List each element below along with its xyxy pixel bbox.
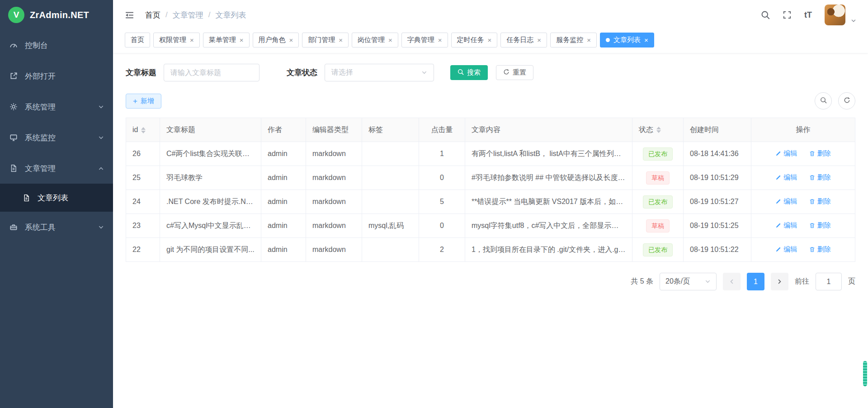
cell-status: 已发布 <box>632 142 684 166</box>
cell-clicks: 0 <box>419 214 465 238</box>
table-row: 22 git 为不同的项目设置不同... admin markdown 2 1，… <box>126 238 855 262</box>
cell-created: 08-19 10:51:25 <box>684 214 751 238</box>
chevron-down-icon <box>98 135 104 141</box>
column-header-content: 文章内容 <box>465 118 632 142</box>
tab-permission-management[interactable]: 权限管理 × <box>153 33 200 47</box>
tab-label: 部门管理 <box>308 36 335 44</box>
sidebar-item-article-list[interactable]: 文章列表 <box>0 184 113 212</box>
delete-button[interactable]: 删除 <box>809 173 831 182</box>
column-header-title: 文章标题 <box>160 118 261 142</box>
page-size-select[interactable]: 20条/页 <box>660 273 717 290</box>
tab-department-management[interactable]: 部门管理 × <box>302 33 349 47</box>
sidebar-item-system-management[interactable]: 系统管理 <box>0 91 113 122</box>
delete-button[interactable]: 删除 <box>809 221 831 230</box>
tab-article-list[interactable]: 文章列表 × <box>600 33 654 47</box>
prev-page-button[interactable] <box>723 273 741 290</box>
close-icon[interactable]: × <box>240 37 244 43</box>
pencil-icon <box>775 151 781 157</box>
close-icon[interactable]: × <box>537 37 541 43</box>
cell-status: 草稿 <box>632 214 684 238</box>
cell-created: 08-19 10:51:22 <box>684 238 751 262</box>
edit-button[interactable]: 编辑 <box>775 173 797 182</box>
breadcrumb-home[interactable]: 首页 <box>145 10 160 20</box>
cell-author: admin <box>261 142 306 166</box>
close-icon[interactable]: × <box>190 37 194 43</box>
cell-author: admin <box>261 214 306 238</box>
tab-home[interactable]: 首页 <box>125 33 150 47</box>
fullscreen-icon[interactable] <box>783 10 792 19</box>
cell-clicks: 2 <box>419 238 465 262</box>
chevron-down-icon <box>98 224 104 230</box>
edit-button[interactable]: 编辑 <box>775 149 797 158</box>
status-badge: 已发布 <box>643 243 673 256</box>
delete-button[interactable]: 删除 <box>809 149 831 158</box>
close-icon[interactable]: × <box>339 37 343 43</box>
sidebar-fold-icon[interactable] <box>125 10 134 20</box>
delete-button[interactable]: 删除 <box>809 197 831 206</box>
table-row: 25 羽毛球教学 admin markdown 0 #羽毛球拍参数说明 ## 中… <box>126 166 855 190</box>
article-title-input[interactable] <box>164 64 259 81</box>
font-size-control[interactable]: tT <box>804 10 812 20</box>
delete-button[interactable]: 删除 <box>809 245 831 254</box>
column-header-id[interactable]: id <box>126 118 160 142</box>
close-icon[interactable]: × <box>644 37 648 43</box>
page-content: 文章标题 文章状态 请选择 搜索 <box>113 53 868 408</box>
close-icon[interactable]: × <box>488 37 492 43</box>
cell-editor: markdown <box>306 214 362 238</box>
logo-icon: V <box>8 7 24 23</box>
sidebar: V ZrAdmin.NET 控制台 外部打开 系统管理 <box>0 0 113 408</box>
tab-scheduled-tasks[interactable]: 定时任务 × <box>451 33 498 47</box>
cell-id: 26 <box>126 142 160 166</box>
table-toolbar: + 新增 <box>126 92 855 109</box>
next-page-button[interactable] <box>771 273 788 290</box>
tab-dict-management[interactable]: 字典管理 × <box>401 33 448 47</box>
tab-service-monitor[interactable]: 服务监控 × <box>550 33 597 47</box>
refresh-table-button[interactable] <box>838 92 855 109</box>
breadcrumb-article-management[interactable]: 文章管理 <box>173 10 203 20</box>
sort-icon[interactable] <box>656 127 661 133</box>
close-icon[interactable]: × <box>388 37 392 43</box>
sidebar-item-dashboard[interactable]: 控制台 <box>0 30 113 61</box>
document-icon <box>22 193 31 202</box>
sidebar-item-article-management[interactable]: 文章管理 <box>0 153 113 184</box>
edit-button[interactable]: 编辑 <box>775 197 797 206</box>
tab-menu-management[interactable]: 菜单管理 × <box>203 33 250 47</box>
cell-content: 有两个list,listA 和listB， listA中有三个属性列为St... <box>465 142 632 166</box>
close-icon[interactable]: × <box>289 37 293 43</box>
cell-status: 草稿 <box>632 166 684 190</box>
add-button[interactable]: + 新增 <box>126 94 161 109</box>
close-icon[interactable]: × <box>587 37 591 43</box>
column-header-tags: 标签 <box>362 118 419 142</box>
column-header-status[interactable]: 状态 <box>632 118 684 142</box>
page-scrollbar-thumb[interactable] <box>863 361 867 386</box>
cell-created: 08-19 10:51:29 <box>684 166 751 190</box>
breadcrumb-separator: / <box>208 10 211 19</box>
status-badge: 已发布 <box>643 195 673 209</box>
close-icon[interactable]: × <box>438 37 442 43</box>
article-status-select[interactable]: 请选择 <box>325 64 434 81</box>
tab-task-logs[interactable]: 任务日志 × <box>500 33 547 47</box>
chevron-down-icon <box>705 279 711 285</box>
app-logo: V ZrAdmin.NET <box>0 0 113 30</box>
sidebar-item-label: 文章列表 <box>38 193 68 203</box>
reset-button[interactable]: 重置 <box>496 65 533 80</box>
search-icon[interactable] <box>761 10 770 19</box>
tab-user-role[interactable]: 用户角色 × <box>253 33 299 47</box>
edit-button[interactable]: 编辑 <box>775 221 797 230</box>
sidebar-item-system-monitor[interactable]: 系统监控 <box>0 122 113 153</box>
goto-page-input[interactable] <box>816 273 842 290</box>
search-button[interactable]: 搜索 <box>450 65 488 80</box>
page-number-1[interactable]: 1 <box>747 273 764 290</box>
cell-actions: 编辑 删除 <box>751 214 855 238</box>
sidebar-item-system-tools[interactable]: 系统工具 <box>0 212 113 242</box>
edit-button[interactable]: 编辑 <box>775 245 797 254</box>
toggle-search-button[interactable] <box>815 92 832 109</box>
avatar[interactable] <box>825 5 845 25</box>
sort-icon[interactable] <box>141 127 146 133</box>
cell-tags <box>362 238 419 262</box>
monitor-icon <box>9 133 18 142</box>
tab-post-management[interactable]: 岗位管理 × <box>352 33 398 47</box>
sidebar-item-external-open[interactable]: 外部打开 <box>0 61 113 91</box>
chevron-down-icon[interactable] <box>851 18 856 25</box>
status-badge: 草稿 <box>646 171 670 185</box>
